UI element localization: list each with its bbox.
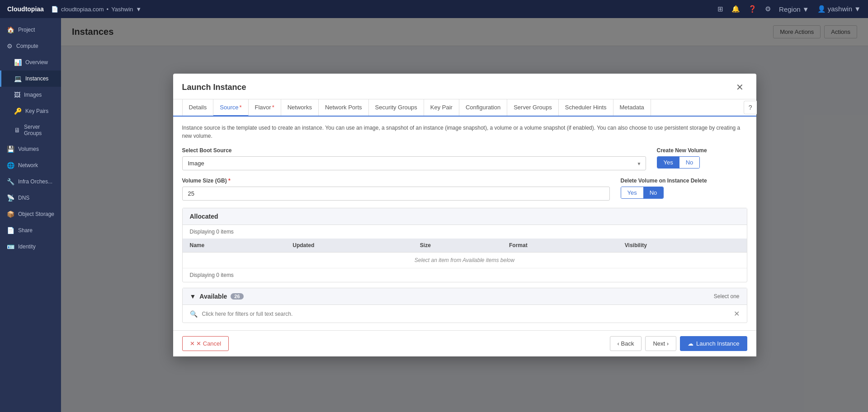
col-size: Size [413,239,502,253]
modal-tabs: Details Source* Flavor* Networks Network… [173,99,756,117]
sidebar-item-project[interactable]: 🏠 Project [0,22,61,38]
sidebar-item-infra[interactable]: 🔧 Infra Orches... [0,173,61,190]
footer-right-actions: ‹ Back Next › ☁ Launch Instance [610,336,747,351]
source-info-text: Instance source is the template used to … [182,124,747,140]
dns-icon: 📡 [7,194,14,201]
sidebar-item-images[interactable]: 🖼 Images [0,87,61,103]
delete-volume-label: Delete Volume on Instance Delete [621,178,747,184]
delete-volume-yes-button[interactable]: Yes [621,187,643,198]
create-volume-toggle: Yes No [657,156,700,169]
cancel-button[interactable]: ✕ ✕ Cancel [182,336,229,351]
share-icon: 📄 [7,227,14,234]
tab-label: Details [189,104,207,111]
tab-metadata[interactable]: Metadata [613,99,651,117]
network-icon: 🌐 [7,162,14,169]
tab-label: Security Groups [375,104,417,111]
brand-name: Cloudtopiaa [7,5,44,13]
sidebar-item-compute[interactable]: ⚙ Compute [0,38,61,54]
sidebar-item-label: Infra Orches... [18,178,52,185]
sidebar-item-volumes[interactable]: 💾 Volumes [0,141,61,157]
back-button[interactable]: ‹ Back [610,336,642,351]
help-button[interactable]: ? [744,101,757,114]
search-clear-button[interactable]: ✕ [734,309,740,318]
identity-icon: 🪪 [7,243,14,250]
select-one-label: Select one [714,293,740,300]
sidebar-item-label: Images [24,92,42,98]
create-volume-no-button[interactable]: No [679,157,700,168]
user-menu[interactable]: 👤 yashwin ▼ [817,5,861,13]
create-volume-label: Create New Volume [657,147,747,154]
topbar-right: ⊞ 🔔 ❓ ⚙ Region ▼ 👤 yashwin ▼ [717,5,861,13]
tab-flavor[interactable]: Flavor* [249,99,281,117]
tab-source[interactable]: Source* [213,99,248,117]
site-selector[interactable]: 📄 cloudtopiaa.com • Yashwin ▼ [51,6,142,13]
dropdown-icon: ▼ [136,6,142,13]
delete-volume-group: Delete Volume on Instance Delete Yes No [621,178,747,199]
sidebar-item-label: Volumes [18,146,39,152]
sidebar-item-network[interactable]: 🌐 Network [0,157,61,173]
tab-server-groups[interactable]: Server Groups [507,99,559,117]
sidebar-item-key-pairs[interactable]: 🔑 Key Pairs [0,103,61,119]
tab-security-groups[interactable]: Security Groups [369,99,424,117]
gear-icon[interactable]: ⚙ [765,5,771,13]
col-format: Format [502,239,618,253]
modal-title: Launch Instance [182,83,246,92]
infra-icon: 🔧 [7,178,14,185]
volume-size-input[interactable] [182,187,610,201]
question-icon[interactable]: ❓ [748,5,757,13]
available-title: ▼ Available 26 [190,293,244,300]
boot-source-select[interactable]: Image Instance Snapshot Volume Volume Sn… [182,156,646,170]
sidebar-item-dns[interactable]: 📡 DNS [0,190,61,206]
sidebar-item-label: Server Groups [24,124,56,136]
create-volume-yes-button[interactable]: Yes [657,157,679,168]
tab-configuration[interactable]: Configuration [459,99,507,117]
images-icon: 🖼 [14,91,20,98]
search-icon: 🔍 [190,310,198,318]
sidebar-item-object-storage[interactable]: 📦 Object Storage [0,206,61,222]
sidebar-item-share[interactable]: 📄 Share [0,222,61,239]
bell-icon[interactable]: 🔔 [731,5,740,13]
empty-allocated-message: Select an item from Available items belo… [183,253,747,268]
modal-body: Instance source is the template used to … [173,117,756,330]
allocated-header: Allocated [183,208,747,225]
sidebar-item-label: Object Storage [18,211,54,217]
sidebar-item-label: Compute [16,43,38,49]
allocated-table: Name Updated Size Format Visibility Sele… [183,239,747,268]
chevron-down-icon[interactable]: ▼ [190,293,196,300]
tab-networks[interactable]: Networks [281,99,319,117]
required-marker: * [239,104,241,111]
sidebar-item-label: Overview [25,59,48,66]
launch-cloud-icon: ☁ [688,340,693,347]
modal-close-button[interactable]: ✕ [732,81,747,94]
sidebar-item-server-groups[interactable]: 🖥 Server Groups [0,119,61,141]
object-storage-icon: 📦 [7,211,14,218]
allocated-section: Allocated Displaying 0 items Name Update… [182,208,747,282]
region-selector[interactable]: Region ▼ [779,5,809,13]
tab-scheduler-hints[interactable]: Scheduler Hints [559,99,613,117]
launch-instance-button[interactable]: ☁ Launch Instance [680,336,747,351]
source-form-row: Select Boot Source Image Instance Snapsh… [182,147,747,170]
available-search-input[interactable] [202,311,729,317]
boot-source-label: Select Boot Source [182,147,646,154]
sidebar-item-instances[interactable]: 💻 Instances [0,70,61,87]
site-name: 📄 [51,6,58,13]
cancel-label: ✕ Cancel [196,340,221,347]
tab-key-pair[interactable]: Key Pair [424,99,459,117]
delete-volume-toggle: Yes No [621,187,664,199]
volume-size-group: Volume Size (GB) * [182,178,610,201]
tab-details[interactable]: Details [182,99,214,117]
server-groups-icon: 🖥 [14,126,20,134]
allocated-second-display-count: Displaying 0 items [183,268,747,282]
sidebar-item-overview[interactable]: 📊 Overview [0,54,61,70]
topbar-left: Cloudtopiaa 📄 cloudtopiaa.com • Yashwin … [7,5,142,13]
cancel-icon: ✕ [190,340,195,347]
next-button[interactable]: Next › [645,336,676,351]
sidebar-item-identity[interactable]: 🪪 Identity [0,239,61,255]
boot-source-select-wrapper: Image Instance Snapshot Volume Volume Sn… [182,156,646,170]
content-area: Instances More Actions Actions Launch In… [61,18,868,412]
tab-network-ports[interactable]: Network Ports [319,99,369,117]
sidebar-item-label: Identity [18,243,36,250]
sidebar: 🏠 Project ⚙ Compute 📊 Overview 💻 Instanc… [0,18,61,412]
grid-icon[interactable]: ⊞ [717,5,723,13]
delete-volume-no-button[interactable]: No [643,187,664,198]
